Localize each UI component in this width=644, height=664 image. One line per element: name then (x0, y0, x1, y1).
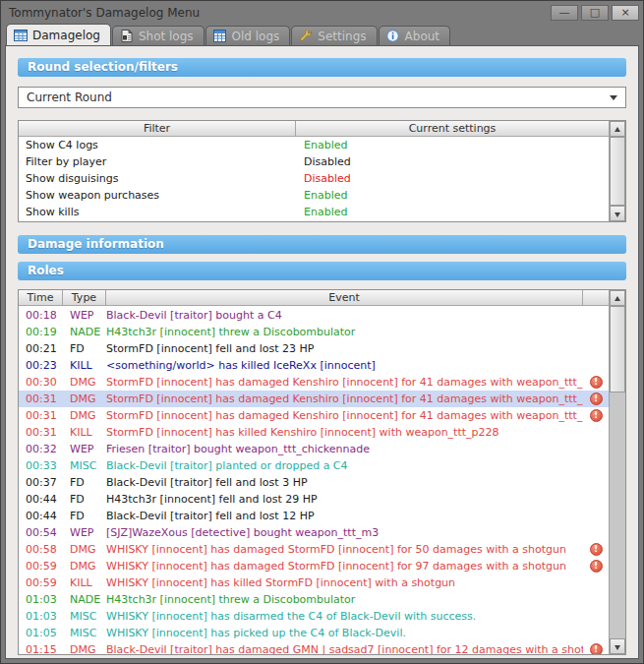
warning-exclamation-icon[interactable]: ! (590, 409, 603, 422)
log-row[interactable]: 00:31KILLStormFD [innocent] has killed K… (19, 424, 609, 441)
log-row[interactable]: 00:59DMGWHISKY [innocent] has damaged St… (19, 558, 609, 574)
log-row[interactable]: 00:21FDStormFD [innocent] fell and lost … (19, 340, 609, 357)
filter-row[interactable]: Filter by playerDisabled (19, 153, 609, 170)
current-settings-column-header[interactable]: Current settings (296, 121, 609, 137)
log-event-text: Black-Devil [traitor] has damaged GMN | … (106, 641, 583, 654)
log-event-text: WHISKY [innocent] has killed StormFD [in… (106, 574, 583, 591)
log-type: MISC (63, 457, 106, 474)
scrollbar-thumb[interactable] (610, 137, 625, 206)
scroll-up-arrow-icon[interactable] (610, 290, 625, 306)
log-row[interactable]: 00:18WEPBlack-Devil [traitor] bought a C… (19, 307, 609, 324)
filter-setting-value: Enabled (296, 139, 609, 151)
log-row[interactable]: 00:44FDBlack-Devil [traitor] fell and lo… (19, 508, 609, 524)
warning-exclamation-icon[interactable]: ! (590, 543, 603, 556)
round-select-dropdown[interactable]: Current Round (18, 87, 626, 108)
log-flag-cell (583, 508, 609, 524)
shot-logs-document-icon (120, 30, 134, 43)
scroll-down-arrow-icon[interactable] (610, 206, 625, 221)
log-flag-cell (583, 625, 609, 641)
log-table-body: 00:18WEPBlack-Devil [traitor] bought a C… (19, 307, 609, 654)
log-event-text: Black-Devil [traitor] bought a C4 (106, 307, 583, 324)
section-header-damage-information[interactable]: Damage information (18, 235, 626, 254)
log-time: 00:58 (19, 541, 63, 558)
log-row[interactable]: 00:54WEP[SJZ]WazeXous [detective] bought… (19, 524, 609, 541)
log-type: DMG (63, 407, 106, 424)
filter-row[interactable]: Show weapon purchasesEnabled (19, 187, 609, 204)
log-row[interactable]: 01:03MISCWHISKY [innocent] has disarmed … (19, 608, 609, 625)
log-event-text: WHISKY [innocent] has picked up the C4 o… (106, 625, 583, 641)
warning-exclamation-icon[interactable]: ! (590, 560, 603, 573)
scrollbar-thumb[interactable] (610, 306, 625, 392)
log-time: 00:32 (19, 441, 63, 457)
filter-column-header[interactable]: Filter (19, 121, 296, 137)
scroll-down-arrow-icon[interactable] (610, 638, 625, 654)
time-column-header[interactable]: Time (19, 290, 63, 306)
log-table-header: Time Type Event (19, 290, 609, 307)
log-flag-cell (583, 340, 609, 357)
damagelog-tab-panel: Round selection/filters Current Round Fi… (5, 45, 639, 659)
warning-exclamation-icon[interactable]: ! (590, 376, 603, 389)
log-row[interactable]: 00:19NADEH43tch3r [innocent] threw a Dis… (19, 324, 609, 340)
log-row[interactable]: 00:58DMGWHISKY [innocent] has damaged St… (19, 541, 609, 558)
log-time: 00:44 (19, 491, 63, 508)
log-row[interactable]: 00:59KILLWHISKY [innocent] has killed St… (19, 574, 609, 591)
log-event-text: H43tch3r [innocent] threw a Discobombula… (106, 324, 583, 340)
log-event-text: WHISKY [innocent] has damaged StormFD [i… (106, 541, 583, 558)
flag-column-header[interactable] (583, 290, 609, 306)
log-row[interactable]: 01:03NADEH43tch3r [innocent] threw a Dis… (19, 591, 609, 608)
filter-setting-value: Disabled (296, 155, 609, 168)
event-column-header[interactable]: Event (106, 290, 583, 306)
log-row[interactable]: 00:31DMGStormFD [innocent] has damaged K… (19, 391, 609, 407)
filter-row[interactable]: Show disguisingsDisabled (19, 170, 609, 187)
type-column-header[interactable]: Type (63, 290, 106, 306)
log-flag-cell: ! (583, 391, 609, 407)
warning-exclamation-icon[interactable]: ! (590, 392, 603, 405)
log-table-scrollbar[interactable] (609, 290, 625, 654)
log-row[interactable]: 01:15DMGBlack-Devil [traitor] has damage… (19, 641, 609, 654)
filter-label: Filter by player (19, 155, 296, 168)
filter-row[interactable]: Show killsEnabled (19, 204, 609, 220)
log-time: 00:19 (19, 324, 63, 340)
tab-about[interactable]: About (379, 26, 450, 45)
filter-table-body: Show C4 logsEnabledFilter by playerDisab… (19, 137, 609, 221)
section-header-round-selection[interactable]: Round selection/filters (18, 58, 626, 77)
log-event-text: WHISKY [innocent] has damaged StormFD [i… (106, 558, 583, 574)
filter-setting-value: Disabled (296, 172, 609, 185)
log-row[interactable]: 00:31DMGStormFD [innocent] has damaged K… (19, 407, 609, 424)
log-row[interactable]: 00:33MISCBlack-Devil [traitor] planted o… (19, 457, 609, 474)
log-row[interactable]: 00:23KILL<something/world> has killed Ic… (19, 357, 609, 374)
log-type: FD (63, 491, 106, 508)
maximize-button[interactable]: □ (581, 5, 609, 21)
filter-row[interactable]: Show C4 logsEnabled (19, 137, 609, 153)
log-type: MISC (63, 608, 106, 625)
log-type: DMG (63, 558, 106, 574)
log-time: 01:05 (19, 625, 63, 641)
section-header-roles[interactable]: Roles (18, 262, 626, 280)
log-row[interactable]: 00:37FDBlack-Devil [traitor] fell and lo… (19, 474, 609, 491)
log-time: 00:30 (19, 374, 63, 391)
log-row[interactable]: 00:30DMGStormFD [innocent] has damaged K… (19, 374, 609, 391)
scrollbar-track[interactable] (610, 306, 625, 638)
filter-label: Show disguisings (19, 172, 296, 185)
log-row[interactable]: 00:44FDH43tch3r [innocent] fell and lost… (19, 491, 609, 508)
log-event-text: Black-Devil [traitor] fell and lost 12 H… (106, 508, 583, 524)
filter-label: Show kills (19, 206, 296, 218)
log-flag-cell (583, 424, 609, 441)
damagelog-table-icon (14, 29, 28, 42)
window-title: Tommynator's Damagelog Menu (9, 6, 548, 20)
filter-table-scrollbar[interactable] (609, 121, 625, 221)
tab-damagelog[interactable]: Damagelog (6, 24, 111, 45)
log-row[interactable]: 00:32WEPFriesen [traitor] bought weapon_… (19, 441, 609, 457)
log-flag-cell: ! (583, 541, 609, 558)
warning-exclamation-icon[interactable]: ! (590, 643, 603, 654)
log-type: DMG (63, 541, 106, 558)
log-row[interactable]: 01:05MISCWHISKY [innocent] has picked up… (19, 625, 609, 641)
log-flag-cell (583, 608, 609, 625)
tab-shot-logs[interactable]: Shot logs (112, 26, 205, 45)
close-button[interactable]: × (612, 5, 639, 21)
tab-settings[interactable]: Settings (291, 26, 377, 45)
tab-label: Settings (318, 30, 366, 43)
scroll-up-arrow-icon[interactable] (610, 121, 625, 137)
minimize-button[interactable]: — (551, 5, 578, 21)
tab-old-logs[interactable]: Old logs (205, 26, 291, 45)
